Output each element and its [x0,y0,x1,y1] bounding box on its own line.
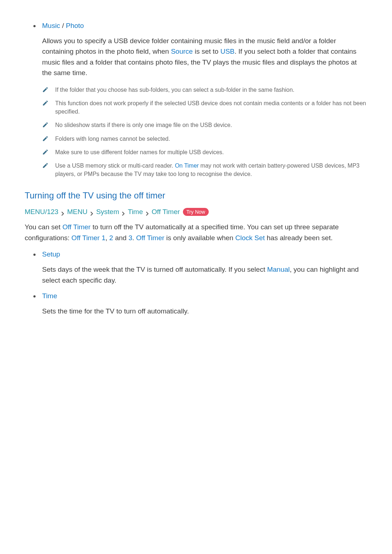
music-photo-block: Music / Photo Allows you to specify a US… [33,22,367,178]
note-item: No slideshow starts if there is only one… [42,121,367,129]
term-off-timer-2: 2 [109,234,113,242]
term-off-timer-1: Off Timer 1 [72,234,106,242]
chevron-right-icon [146,210,149,214]
term-clock-set: Clock Set [235,234,265,242]
setup-description: Sets days of the week that the TV is tur… [42,264,367,286]
term-off-timer: Off Timer [136,234,164,242]
note-list: If the folder that you choose has sub-fo… [42,86,367,178]
time-label: Time [42,292,367,300]
music-photo-heading: Music / Photo [42,22,367,30]
pencil-icon [42,162,49,169]
setup-label: Setup [42,250,367,258]
separator-slash: / [60,22,66,29]
term-photo: Photo [66,22,84,29]
term-manual: Manual [267,266,290,273]
chevron-right-icon [61,210,64,214]
note-text: Make sure to use different folder names … [55,148,224,156]
menu-path: MENU/123 MENU System Time Off Timer Try … [25,208,367,216]
music-photo-item: Music / Photo Allows you to specify a US… [33,22,367,178]
time-description: Sets the time for the TV to turn off aut… [42,306,367,316]
path-segment: MENU/123 [25,208,58,216]
pencil-icon [42,122,49,128]
pencil-icon [42,149,49,155]
path-segment: Time [128,208,143,216]
term-music: Music [42,22,60,29]
term-off-timer-3: 3 [128,234,132,242]
try-now-badge[interactable]: Try Now [183,208,209,216]
path-segment: MENU [67,208,87,216]
note-text: This function does not work properly if … [55,99,367,116]
off-timer-description: You can set Off Timer to turn off the TV… [25,222,367,243]
pencil-icon [42,135,49,142]
note-item: If the folder that you choose has sub-fo… [42,86,367,94]
pencil-icon [42,86,49,93]
term-usb: USB [220,48,234,55]
term-off-timer: Off Timer [62,223,91,231]
chevron-right-icon [90,210,93,214]
note-item: Make sure to use different folder names … [42,148,367,156]
note-item: This function does not work properly if … [42,99,367,116]
path-segment: Off Timer [152,208,180,216]
off-timer-items: Setup Sets days of the week that the TV … [33,250,367,316]
term-on-timer: On Timer [175,163,199,169]
manual-page: Music / Photo Allows you to specify a US… [0,0,392,554]
note-text: No slideshow starts if there is only one… [55,121,232,129]
chevron-right-icon [122,210,125,214]
setup-item: Setup Sets days of the week that the TV … [33,250,367,286]
note-item: Folders with long names cannot be select… [42,135,367,143]
note-text: If the folder that you choose has sub-fo… [55,86,294,94]
path-segment: System [96,208,119,216]
pencil-icon [42,100,49,106]
note-text: Use a USB memory stick or multi-card rea… [55,161,367,178]
off-timer-heading: Turning off the TV using the off timer [25,190,367,201]
term-source: Source [171,48,193,55]
time-item: Time Sets the time for the TV to turn of… [33,292,367,316]
music-photo-description: Allows you to specify a USB device folde… [42,36,367,78]
note-text: Folders with long names cannot be select… [55,135,170,143]
note-item: Use a USB memory stick or multi-card rea… [42,161,367,178]
